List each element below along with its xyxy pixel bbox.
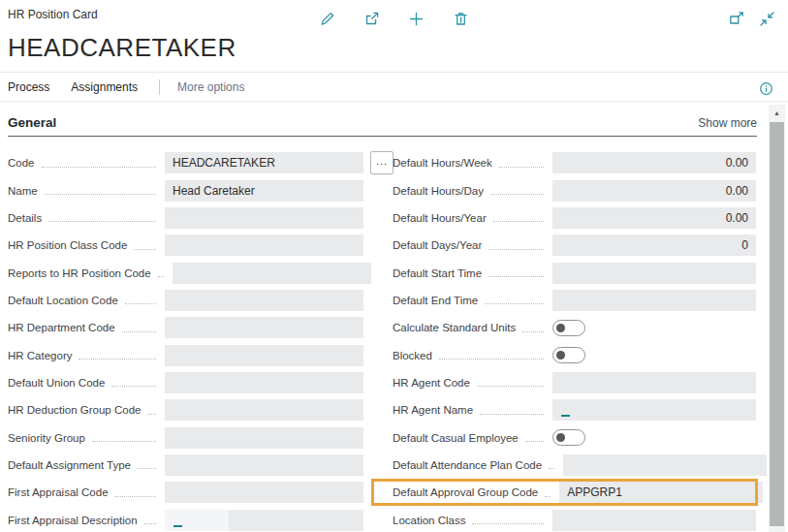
blocked-toggle[interactable] xyxy=(552,347,585,363)
field-row-hr-deduction-group-code: HR Deduction Group Code xyxy=(8,396,363,423)
field-input-default-location-code[interactable] xyxy=(165,290,363,311)
dotted-leader xyxy=(499,167,544,168)
dotted-leader xyxy=(439,359,544,360)
section-title[interactable]: General xyxy=(8,115,56,130)
fields-column-right: Default Hours/Week0.00Default Hours/Day0… xyxy=(393,149,756,532)
field-row-default-start-time: Default Start Time xyxy=(393,259,756,286)
scrollbar-up-arrow[interactable]: ▲ xyxy=(769,105,785,120)
dotted-leader xyxy=(472,523,544,524)
toggle-area xyxy=(552,320,756,336)
field-label-default-end-time: Default End Time xyxy=(393,295,478,306)
dotted-leader xyxy=(490,194,544,195)
assist-edit-button[interactable]: ... xyxy=(370,151,394,174)
edit-pencil-icon[interactable] xyxy=(318,10,335,27)
share-icon[interactable] xyxy=(362,10,380,27)
field-input-default-approval-group-code[interactable]: APPGRP1 xyxy=(559,482,763,503)
field-label-default-assignment-type: Default Assignment Type xyxy=(8,459,131,471)
dotted-leader xyxy=(92,441,156,442)
toggle-knob xyxy=(556,324,565,332)
field-input-first-appraisal-code[interactable] xyxy=(165,482,363,503)
default-casual-employee-toggle[interactable] xyxy=(552,429,585,446)
field-label-hr-agent-code: HR Agent Code xyxy=(393,377,470,389)
field-input-hr-department-code[interactable] xyxy=(165,317,363,338)
toggle-knob xyxy=(556,433,565,442)
field-input-details[interactable] xyxy=(165,207,363,229)
field-input-seniority-group[interactable] xyxy=(165,427,363,449)
dotted-leader xyxy=(79,359,156,360)
field-input-default-union-code[interactable] xyxy=(165,372,363,393)
field-input-hr-agent-code[interactable] xyxy=(552,372,756,393)
field-input-default-hours-year[interactable]: 0.00 xyxy=(552,207,756,229)
field-input-hr-position-class-code[interactable] xyxy=(165,235,363,256)
field-label-default-location-code: Default Location Code xyxy=(8,295,118,306)
field-row-default-days-year: Default Days/Year0 xyxy=(393,232,756,259)
field-row-hr-agent-name: HR Agent Name xyxy=(393,396,756,423)
field-input-default-hours-day[interactable]: 0.00 xyxy=(552,180,756,202)
dotted-leader xyxy=(477,386,544,387)
field-input-hr-deduction-group-code[interactable] xyxy=(165,399,363,421)
field-row-hr-agent-code: HR Agent Code xyxy=(393,369,756,396)
dotted-leader xyxy=(42,167,157,168)
field-input-reports-to-hr-position-code[interactable] xyxy=(173,263,371,284)
field-row-blocked: Blocked xyxy=(393,341,756,368)
field-row-default-hours-year: Default Hours/Year0.00 xyxy=(393,204,756,232)
vertical-scrollbar[interactable]: ▲ xyxy=(769,105,785,532)
field-label-hr-agent-name: HR Agent Name xyxy=(393,404,473,416)
calculate-standard-units-toggle[interactable] xyxy=(552,320,585,336)
field-row-details: Details xyxy=(8,204,363,232)
more-options-button[interactable]: More options xyxy=(177,80,244,94)
collapse-icon[interactable] xyxy=(758,10,775,27)
field-label-calculate-standard-units: Calculate Standard Units xyxy=(393,322,516,333)
dotted-leader xyxy=(48,221,156,222)
field-input-default-hours-week[interactable]: 0.00 xyxy=(552,152,756,173)
field-label-hr-category: HR Category xyxy=(8,350,72,361)
dotted-leader xyxy=(138,468,156,469)
field-row-default-location-code: Default Location Code xyxy=(8,287,363,314)
popout-icon[interactable] xyxy=(727,10,744,27)
field-row-code: CodeHEADCARETAKER... xyxy=(8,149,363,176)
field-input-default-start-time[interactable] xyxy=(552,263,756,284)
field-row-default-union-code: Default Union Code xyxy=(8,369,363,396)
dotted-leader xyxy=(493,221,544,222)
add-new-icon[interactable] xyxy=(407,10,425,27)
section-header: General Show more xyxy=(8,110,757,137)
page-type-caption: HR Position Card xyxy=(8,8,98,21)
field-input-first-appraisal-description[interactable] xyxy=(165,510,363,531)
scrollbar-thumb[interactable] xyxy=(770,122,784,526)
field-label-code: Code xyxy=(8,157,35,169)
field-input-default-attendance-plan-code[interactable] xyxy=(563,454,767,476)
toggle-area xyxy=(552,347,756,363)
field-label-first-appraisal-code: First Appraisal Code xyxy=(8,486,109,498)
field-input-default-assignment-type[interactable] xyxy=(165,454,363,476)
field-row-default-approval-group-code: Default Approval Group CodeAPPGRP1 xyxy=(393,479,756,506)
dotted-leader xyxy=(480,414,544,415)
info-icon[interactable] xyxy=(757,79,774,97)
field-label-location-class: Location Class xyxy=(393,515,465,526)
field-label-seniority-group: Seniority Group xyxy=(8,432,85,444)
dotted-leader xyxy=(545,496,551,497)
field-row-default-attendance-plan-code: Default Attendance Plan Code xyxy=(393,452,756,479)
field-row-calculate-standard-units: Calculate Standard Units xyxy=(393,314,756,341)
field-row-first-appraisal-code: First Appraisal Code xyxy=(8,479,363,506)
dotted-leader xyxy=(522,331,544,332)
field-input-name[interactable]: Head Caretaker xyxy=(165,180,363,202)
field-label-hr-position-class-code: HR Position Class Code xyxy=(8,239,127,251)
dotted-leader xyxy=(158,276,164,277)
delete-trash-icon[interactable] xyxy=(452,10,469,27)
menu-item-process[interactable]: Process xyxy=(8,80,49,94)
field-input-hr-agent-name[interactable] xyxy=(552,399,756,421)
field-input-hr-category[interactable] xyxy=(165,345,363,366)
field-input-default-end-time[interactable] xyxy=(552,290,756,311)
toggle-knob xyxy=(556,351,565,360)
dotted-leader xyxy=(147,414,156,415)
toggle-area xyxy=(552,429,756,446)
field-row-name: NameHead Caretaker xyxy=(8,176,363,203)
show-more-button[interactable]: Show more xyxy=(698,116,757,130)
menu-item-assignments[interactable]: Assignments xyxy=(71,80,138,94)
dotted-leader xyxy=(45,194,156,195)
field-input-default-days-year[interactable]: 0 xyxy=(552,235,756,256)
field-input-location-class[interactable] xyxy=(552,510,756,531)
field-label-hr-deduction-group-code: HR Deduction Group Code xyxy=(8,404,141,416)
field-input-code[interactable]: HEADCARETAKER xyxy=(165,152,363,173)
text-caret xyxy=(561,415,570,417)
